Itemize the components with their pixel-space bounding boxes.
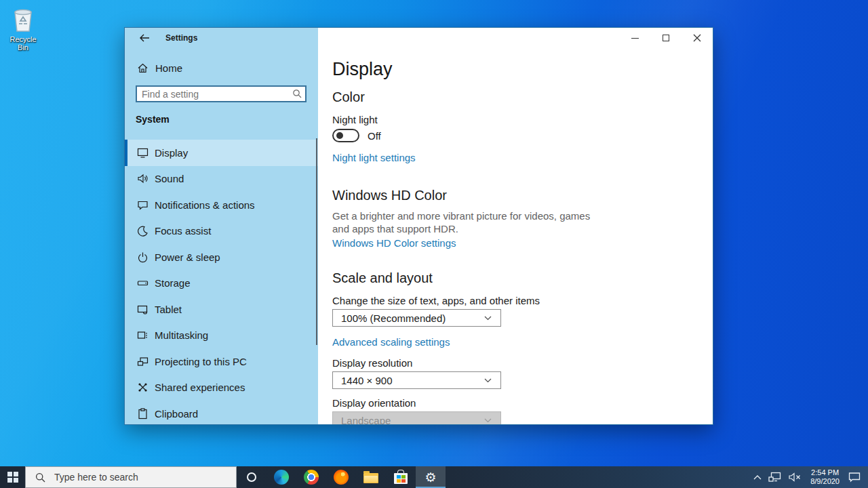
taskbar-search	[25, 466, 237, 488]
sidebar-item-notifications[interactable]: Notifications & actions	[125, 192, 318, 218]
taskbar-app-edge[interactable]	[267, 466, 296, 488]
network-icon	[768, 472, 782, 483]
multitasking-icon	[137, 329, 149, 341]
sidebar-item-label: Display	[155, 147, 188, 159]
sidebar-item-multitasking[interactable]: Multitasking	[125, 323, 318, 349]
taskbar-app-firefox[interactable]	[326, 466, 356, 488]
section-heading-scale: Scale and layout	[332, 269, 713, 287]
recycle-bin-icon	[4, 5, 42, 34]
file-explorer-icon	[363, 473, 378, 483]
clock-time: 2:54 PM	[810, 468, 840, 477]
hidden-icons-button[interactable]	[750, 466, 765, 488]
sidebar-item-display[interactable]: Display	[125, 140, 318, 166]
taskbar-search-input[interactable]	[54, 472, 217, 483]
resolution-dropdown[interactable]: 1440 × 900	[332, 371, 501, 389]
system-tray: 2:54 PM 8/9/2020	[750, 466, 868, 488]
chevron-down-icon	[484, 378, 492, 383]
firefox-icon	[334, 470, 349, 485]
display-icon	[137, 147, 149, 159]
close-icon	[693, 34, 701, 42]
notifications-icon	[137, 199, 149, 211]
advanced-scaling-link[interactable]: Advanced scaling settings	[332, 336, 450, 349]
sidebar-item-label: Shared experiences	[155, 382, 245, 393]
taskbar-app-cortana[interactable]	[237, 466, 267, 488]
sidebar-item-label: Projecting to this PC	[155, 356, 247, 367]
tablet-icon	[137, 304, 149, 315]
window-title: Settings	[165, 33, 197, 43]
sidebar-item-label: Home	[155, 62, 182, 74]
maximize-button[interactable]	[650, 28, 682, 48]
resolution-label: Display resolution	[332, 357, 713, 370]
page-title: Display	[332, 58, 713, 81]
storage-icon	[137, 277, 149, 289]
maximize-icon	[663, 35, 669, 41]
scale-dropdown-value: 100% (Recommended)	[341, 312, 446, 324]
taskbar-app-store[interactable]	[386, 466, 416, 488]
sidebar-item-power-sleep[interactable]: Power & sleep	[125, 244, 318, 270]
microsoft-store-icon	[394, 473, 408, 484]
taskbar-app-settings[interactable]: ⚙	[416, 466, 446, 488]
settings-window: Settings Home System	[124, 27, 713, 425]
close-button[interactable]	[682, 28, 713, 48]
resolution-dropdown-value: 1440 × 900	[341, 375, 393, 386]
search-icon	[292, 89, 302, 98]
sidebar-item-label: Sound	[155, 173, 184, 184]
recycle-bin[interactable]: Recycle Bin	[4, 5, 42, 52]
sidebar-item-clipboard[interactable]: Clipboard	[125, 401, 318, 427]
back-button[interactable]	[138, 32, 151, 44]
settings-search	[136, 85, 307, 102]
orientation-label: Display orientation	[332, 396, 713, 410]
sidebar-item-focus-assist[interactable]: Focus assist	[125, 218, 318, 245]
sidebar-item-home[interactable]: Home	[125, 60, 318, 75]
scale-label: Change the size of text, apps, and other…	[332, 294, 713, 308]
settings-content: Display Color Night light Off Night ligh…	[318, 28, 713, 424]
scale-dropdown[interactable]: 100% (Recommended)	[332, 309, 501, 327]
sound-icon	[137, 173, 149, 184]
desktop: Recycle Bin Settings Home	[0, 0, 868, 488]
sidebar-item-label: Tablet	[155, 304, 182, 315]
hd-color-settings-link[interactable]: Windows HD Color settings	[332, 237, 456, 250]
cortana-icon	[247, 472, 256, 482]
section-heading-color: Color	[332, 88, 713, 106]
search-icon	[35, 472, 45, 483]
sidebar-item-label: Clipboard	[155, 408, 198, 420]
night-light-label: Night light	[332, 113, 713, 127]
settings-search-input[interactable]	[136, 85, 307, 102]
sidebar-item-label: Storage	[155, 277, 191, 289]
minimize-button[interactable]	[619, 28, 650, 48]
home-icon	[137, 62, 149, 74]
sidebar-item-tablet[interactable]: Tablet	[125, 296, 318, 323]
volume-button[interactable]	[785, 466, 805, 488]
sidebar-item-label: Multitasking	[155, 329, 208, 341]
gear-icon: ⚙	[425, 471, 436, 484]
recycle-bin-label: Recycle Bin	[4, 35, 42, 52]
sidebar-section-header: System	[125, 114, 318, 125]
section-heading-hd-color: Windows HD Color	[332, 186, 713, 204]
chrome-icon	[304, 470, 319, 485]
start-button[interactable]	[0, 466, 25, 488]
power-icon	[137, 251, 149, 263]
taskbar-app-file-explorer[interactable]	[356, 466, 386, 488]
taskbar-clock[interactable]: 2:54 PM 8/9/2020	[805, 468, 845, 486]
action-center-icon	[848, 472, 861, 483]
chevron-down-icon	[484, 316, 492, 321]
minimize-icon	[631, 38, 639, 39]
taskbar-app-chrome[interactable]	[296, 466, 326, 488]
focus-assist-icon	[137, 225, 149, 237]
sidebar-item-storage[interactable]: Storage	[125, 270, 318, 297]
network-button[interactable]	[765, 466, 785, 488]
night-light-settings-link[interactable]: Night light settings	[332, 151, 416, 165]
night-light-toggle[interactable]	[332, 129, 359, 142]
sidebar-item-shared-experiences[interactable]: Shared experiences	[125, 375, 318, 401]
sidebar-item-sound[interactable]: Sound	[125, 166, 318, 192]
sidebar-item-label: Focus assist	[155, 225, 211, 237]
action-center-button[interactable]	[845, 466, 864, 488]
sidebar-item-label: Power & sleep	[155, 251, 220, 263]
taskbar: ⚙ 2:54 PM 8/9/2020	[0, 466, 868, 488]
settings-sidebar: Settings Home System	[125, 28, 318, 424]
caption-buttons	[619, 28, 713, 48]
sidebar-item-label: Notifications & actions	[155, 199, 255, 211]
sidebar-scrollbar[interactable]	[316, 138, 317, 345]
edge-icon	[274, 470, 289, 485]
sidebar-item-projecting[interactable]: Projecting to this PC	[125, 348, 318, 375]
